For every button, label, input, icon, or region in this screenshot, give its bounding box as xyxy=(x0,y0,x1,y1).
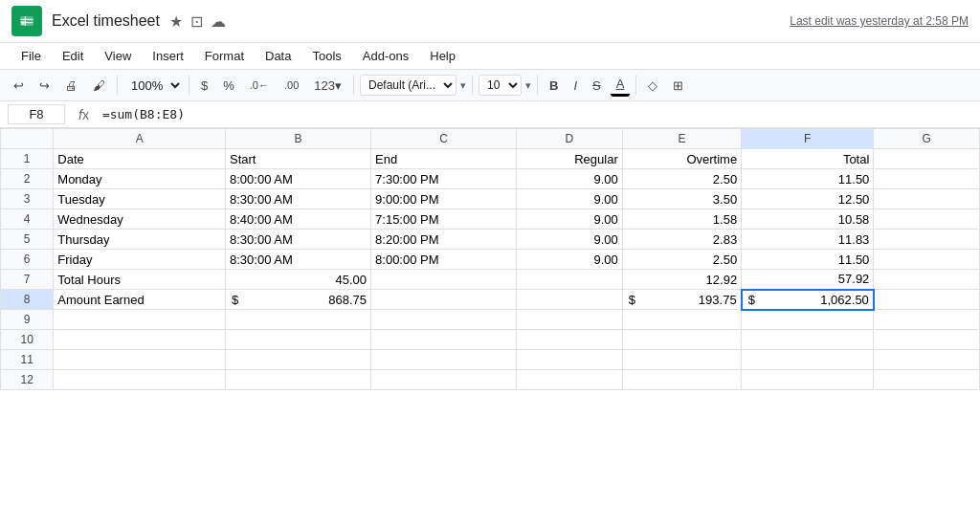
cell-d8[interactable] xyxy=(517,290,623,310)
cell-g9[interactable] xyxy=(874,310,980,330)
cell-a1[interactable]: Date xyxy=(54,149,226,169)
cell-f11[interactable] xyxy=(742,350,874,370)
cell-f10[interactable] xyxy=(742,330,874,350)
cell-f4[interactable]: 10.58 xyxy=(742,209,874,230)
cell-g7[interactable] xyxy=(874,270,980,290)
menu-edit[interactable]: Edit xyxy=(53,45,93,67)
col-header-f[interactable]: F xyxy=(742,129,874,149)
cell-e7[interactable]: 12.92 xyxy=(622,270,741,290)
cell-c1[interactable]: End xyxy=(371,149,517,169)
col-header-c[interactable]: C xyxy=(371,129,517,149)
redo-button[interactable]: ↪ xyxy=(33,76,56,96)
row-header-12[interactable]: 12 xyxy=(1,370,54,390)
menu-tools[interactable]: Tools xyxy=(302,45,350,67)
zoom-select[interactable]: 100% xyxy=(123,76,183,96)
cell-d6[interactable]: 9.00 xyxy=(517,250,623,270)
cell-b12[interactable] xyxy=(226,370,371,390)
cell-c12[interactable] xyxy=(371,370,517,390)
row-header-4[interactable]: 4 xyxy=(1,209,54,230)
cell-b10[interactable] xyxy=(226,330,371,350)
undo-button[interactable]: ↩ xyxy=(8,76,30,96)
sheet-table-wrapper[interactable]: A B C D E F G 1 Date Start End Regular xyxy=(0,128,980,390)
cell-d11[interactable] xyxy=(517,350,623,370)
cell-e8[interactable]: $ 193.75 xyxy=(622,290,741,310)
cell-c11[interactable] xyxy=(371,350,517,370)
cell-d9[interactable] xyxy=(517,310,623,330)
cell-c2[interactable]: 7:30:00 PM xyxy=(371,169,517,189)
cell-g10[interactable] xyxy=(874,330,980,350)
menu-insert[interactable]: Insert xyxy=(143,45,193,67)
cell-g5[interactable] xyxy=(874,230,980,250)
cell-a10[interactable] xyxy=(54,330,226,350)
row-header-8[interactable]: 8 xyxy=(1,290,54,310)
cell-f8[interactable]: $ 1,062.50 xyxy=(742,290,874,310)
cell-g1[interactable] xyxy=(874,149,980,169)
more-formats-button[interactable]: 123▾ xyxy=(308,76,347,96)
underline-button[interactable]: A xyxy=(611,74,631,97)
row-header-10[interactable]: 10 xyxy=(1,330,54,350)
cell-a11[interactable] xyxy=(54,350,226,370)
cell-g4[interactable] xyxy=(874,209,980,230)
cell-d1[interactable]: Regular xyxy=(517,149,623,169)
bold-button[interactable]: B xyxy=(544,76,564,96)
cell-f7[interactable]: 57.92 xyxy=(742,270,874,290)
cell-c5[interactable]: 8:20:00 PM xyxy=(371,230,517,250)
cell-a12[interactable] xyxy=(54,370,226,390)
cell-d4[interactable]: 9.00 xyxy=(517,209,623,230)
cell-c8[interactable] xyxy=(371,290,517,310)
cell-e5[interactable]: 2.83 xyxy=(622,230,741,250)
cell-e9[interactable] xyxy=(622,310,741,330)
cell-b5[interactable]: 8:30:00 AM xyxy=(226,230,371,250)
cell-e11[interactable] xyxy=(622,350,741,370)
cell-e2[interactable]: 2.50 xyxy=(622,169,741,189)
cell-a7[interactable]: Total Hours xyxy=(54,270,226,290)
fill-color-button[interactable]: ◇ xyxy=(642,76,663,96)
col-header-g[interactable]: G xyxy=(874,129,980,149)
cell-b2[interactable]: 8:00:00 AM xyxy=(226,169,371,189)
cell-d5[interactable]: 9.00 xyxy=(517,230,623,250)
cell-c6[interactable]: 8:00:00 PM xyxy=(371,250,517,270)
cell-e4[interactable]: 1.58 xyxy=(622,209,741,230)
cell-d3[interactable]: 9.00 xyxy=(517,189,623,209)
row-header-3[interactable]: 3 xyxy=(1,189,54,209)
currency-button[interactable]: $ xyxy=(195,76,213,96)
cell-e10[interactable] xyxy=(622,330,741,350)
cell-b8[interactable]: $ 868.75 xyxy=(226,290,371,310)
strikethrough-button[interactable]: S xyxy=(587,76,607,96)
decimal-decrease-button[interactable]: .0← xyxy=(244,77,275,94)
cell-c7[interactable] xyxy=(371,270,517,290)
cloud-icon[interactable]: ☁ xyxy=(211,12,226,31)
cell-a4[interactable]: Wednesday xyxy=(54,209,226,230)
cell-d12[interactable] xyxy=(517,370,623,390)
cell-g12[interactable] xyxy=(874,370,980,390)
cell-f12[interactable] xyxy=(742,370,874,390)
cell-d2[interactable]: 9.00 xyxy=(517,169,623,189)
menu-view[interactable]: View xyxy=(95,45,141,67)
row-header-2[interactable]: 2 xyxy=(1,169,54,189)
decimal-increase-button[interactable]: .00 xyxy=(278,77,304,94)
cell-a5[interactable]: Thursday xyxy=(54,230,226,250)
cell-b6[interactable]: 8:30:00 AM xyxy=(226,250,371,270)
col-header-d[interactable]: D xyxy=(517,129,623,149)
cell-a3[interactable]: Tuesday xyxy=(54,189,226,209)
menu-format[interactable]: Format xyxy=(195,45,254,67)
cell-b1[interactable]: Start xyxy=(226,149,371,169)
cell-b7[interactable]: 45.00 xyxy=(226,270,371,290)
col-header-e[interactable]: E xyxy=(622,129,741,149)
col-header-a[interactable]: A xyxy=(54,129,226,149)
cell-e3[interactable]: 3.50 xyxy=(622,189,741,209)
cell-reference[interactable]: F8 xyxy=(8,104,65,124)
cell-a2[interactable]: Monday xyxy=(54,169,226,189)
menu-help[interactable]: Help xyxy=(420,45,465,67)
row-header-9[interactable]: 9 xyxy=(1,310,54,330)
formula-input[interactable]: =sum(B8:E8) xyxy=(102,107,972,121)
cell-c10[interactable] xyxy=(371,330,517,350)
font-select[interactable]: Default (Ari... xyxy=(360,75,457,96)
cell-f2[interactable]: 11.50 xyxy=(742,169,874,189)
cell-g3[interactable] xyxy=(874,189,980,209)
cell-f1[interactable]: Total xyxy=(742,149,874,169)
cell-g8[interactable] xyxy=(874,290,980,310)
cell-d7[interactable] xyxy=(517,270,623,290)
print-button[interactable]: 🖨 xyxy=(59,76,83,96)
row-header-7[interactable]: 7 xyxy=(1,270,54,290)
